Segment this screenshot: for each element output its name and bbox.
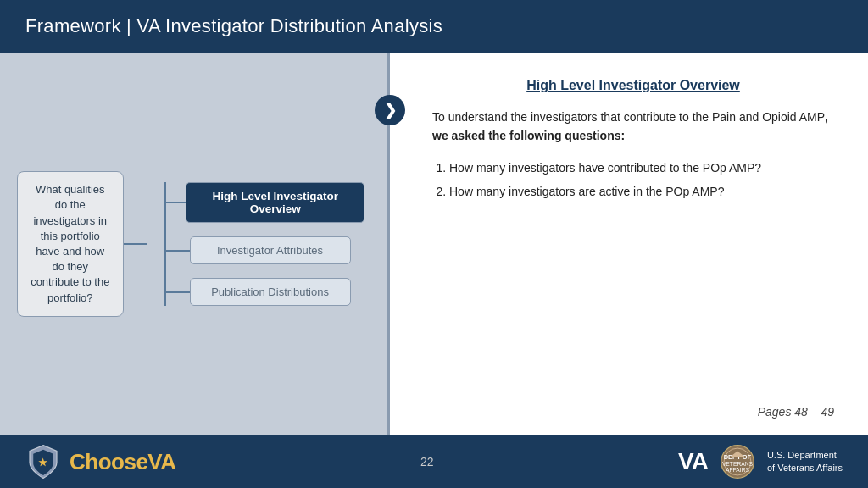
question-box-text: What qualities do the investigators in t… bbox=[31, 183, 109, 303]
svg-text:★: ★ bbox=[39, 457, 48, 468]
tree-item-label-2: Investigator Attributes bbox=[217, 244, 323, 257]
va-logo: VA bbox=[678, 448, 708, 475]
list-item-2: How many investigators are active in the… bbox=[449, 182, 834, 202]
right-panel-intro: To understand the investigators that con… bbox=[432, 108, 834, 145]
footer-left: ★ ChooseVA bbox=[25, 444, 176, 480]
tree-items: High Level Investigator Overview Investi… bbox=[166, 182, 364, 306]
tree-item-label-1: High Level Investigator Overview bbox=[212, 190, 338, 215]
tree-item-attributes: Investigator Attributes bbox=[190, 236, 351, 264]
right-panel-list: How many investigators have contributed … bbox=[432, 158, 834, 206]
dept-line-2: of Veterans Affairs bbox=[767, 462, 843, 474]
choose-va-shield-icon: ★ bbox=[25, 444, 61, 480]
choose-va-logo-text: ChooseVA bbox=[70, 449, 176, 475]
right-panel: High Level Investigator Overview To unde… bbox=[390, 53, 868, 435]
tree-wrapper: High Level Investigator Overview Investi… bbox=[164, 182, 364, 306]
page-header: Framework | VA Investigator Distribution… bbox=[0, 0, 868, 53]
framework-diagram: What qualities do the investigators in t… bbox=[0, 154, 390, 334]
va-suffix: VA bbox=[147, 449, 175, 474]
tree-item-publications: Publication Distributions bbox=[190, 278, 351, 306]
header-title: Framework | VA Investigator Distribution… bbox=[25, 15, 442, 37]
chevron-right-icon: ❯ bbox=[384, 101, 397, 119]
h-branch-3 bbox=[166, 291, 190, 293]
main-content: ❯ What qualities do the investigators in… bbox=[0, 53, 868, 435]
footer-page-number: 22 bbox=[420, 455, 434, 469]
pages-reference: Pages 48 – 49 bbox=[432, 405, 834, 419]
tree-item-label-3: Publication Distributions bbox=[211, 286, 329, 298]
list-item-1: How many investigators have contributed … bbox=[449, 158, 834, 179]
right-intro-text: To understand the investigators that con… bbox=[432, 110, 825, 124]
footer-right: VA DEPT OF VETERANS AFFAIRS U.S. Departm… bbox=[678, 444, 843, 480]
tree-item-row-1: High Level Investigator Overview bbox=[166, 182, 364, 223]
dept-line-1: U.S. Department bbox=[767, 449, 843, 462]
dept-seal-icon: DEPT OF VETERANS AFFAIRS bbox=[720, 444, 755, 480]
h-branch-2 bbox=[166, 250, 190, 252]
left-panel: ❯ What qualities do the investigators in… bbox=[0, 53, 390, 435]
dept-text: U.S. Department of Veterans Affairs bbox=[767, 449, 843, 475]
tree-item-high-level: High Level Investigator Overview bbox=[186, 182, 364, 223]
h-branch-1 bbox=[166, 202, 186, 203]
question-box: What qualities do the investigators in t… bbox=[17, 171, 124, 317]
tree-item-row-3: Publication Distributions bbox=[166, 278, 364, 306]
choose-prefix: Choose bbox=[70, 449, 147, 474]
svg-text:AFFAIRS: AFFAIRS bbox=[726, 467, 750, 473]
right-panel-title: High Level Investigator Overview bbox=[432, 78, 834, 93]
page-footer: ★ ChooseVA 22 VA DEPT OF VETERANS AFFAIR… bbox=[0, 435, 868, 488]
main-connector-line bbox=[124, 243, 147, 245]
tree-item-row-2: Investigator Attributes bbox=[166, 236, 364, 264]
divider-circle-icon: ❯ bbox=[375, 95, 405, 125]
